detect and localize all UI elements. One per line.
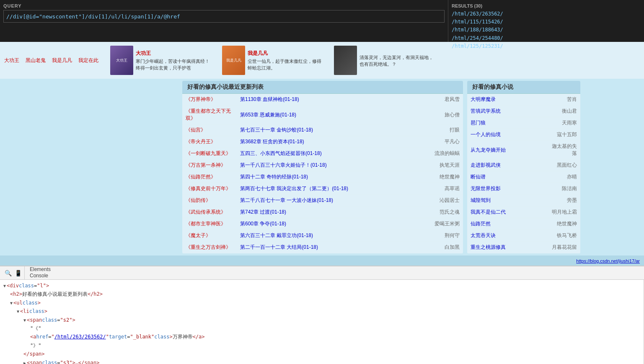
- right-novel-author: 苦肖: [548, 96, 577, 103]
- right-novel-row[interactable]: 重生之桃源修真 月暮花花留: [467, 242, 580, 253]
- right-novel-title[interactable]: 琶门狼: [471, 119, 548, 126]
- novel-row[interactable]: 《修真史前十万年》 第两百七十七章 我决定出发了（第二更）(01-18) 高草谣: [182, 183, 463, 195]
- devtools-icons: 🔍 📱: [2, 266, 25, 279]
- novel-title[interactable]: 《仙宫》: [186, 126, 240, 134]
- novel-row[interactable]: 《仙韵传》 第二千八百七十一章 一大波小迷妹(01-18) 沁园居士: [182, 195, 463, 207]
- book-item[interactable]: 大功王 大功王 寒门少年崛起，苦读十年疯得真经！终得一剑出玄黄，只手护苍: [107, 44, 215, 77]
- novel-chapter[interactable]: 第一千八百三十六章火姬仙子！(01-18): [240, 162, 426, 169]
- right-novel-row[interactable]: 一个人的仙境 寇十五郎: [467, 129, 580, 141]
- novel-chapter[interactable]: 第1130章 血狱神枪(01-18): [240, 96, 426, 103]
- novel-row[interactable]: 《重生都市之天下无双》 第653章 恩威兼施(01-18) 旅心僧: [182, 106, 463, 124]
- right-novel-title[interactable]: 走进影视武侠: [471, 162, 548, 169]
- novel-chapter[interactable]: 第二千一百一十二章 大结局(01-18): [240, 244, 426, 251]
- novel-row[interactable]: 《万界神帝》 第1130章 血狱神枪(01-18) 君风雪: [182, 94, 463, 106]
- right-novel-title[interactable]: 苦填武学系统: [471, 108, 548, 115]
- right-novel-title[interactable]: 断仙谱: [471, 173, 548, 181]
- novel-row[interactable]: 《帝火丹王》 第3682章 狂贪的资本(01-18) 平凡心: [182, 136, 463, 148]
- query-input[interactable]: [3, 10, 445, 23]
- novel-title[interactable]: 《一剑断破九重天》: [186, 150, 240, 157]
- novel-title[interactable]: 《重生之万古剑禅》: [186, 244, 240, 251]
- novel-chapter[interactable]: 第六百三十二章 戴罪立功(01-18): [240, 232, 426, 239]
- novel-title[interactable]: 《武仙传承系统》: [186, 209, 240, 216]
- expand-icon[interactable]: ▶: [23, 359, 26, 364]
- html-link[interactable]: /html/263/263562/: [54, 334, 106, 340]
- novel-author: 执笔天涯: [426, 162, 460, 169]
- result-item: /html/254/254480/: [452, 34, 641, 42]
- novel-chapter[interactable]: 第七百三十一章 金钩沙蛟(01-18): [240, 126, 426, 134]
- novel-row[interactable]: 《一剑断破九重天》 五四三、小东西气焰还挺嚣张(01-18) 流浪的蜗蜗: [182, 148, 463, 160]
- right-novel-row[interactable]: 太荒吞天诀 铁马飞桥: [467, 230, 580, 242]
- right-novel-row[interactable]: 走进影视武侠 黑面红心: [467, 160, 580, 171]
- right-novel-author: 旁墨: [548, 197, 577, 204]
- devtools-html[interactable]: ▼ <div class="l"><h2>好看的修真小说最近更新列表</h2>▼…: [0, 280, 644, 364]
- novel-title[interactable]: 《魔太子》: [186, 232, 240, 239]
- two-col-layout: 好看的修真小说最近更新列表 《万界神帝》 第1130章 血狱神枪(01-18) …: [0, 79, 644, 256]
- novel-chapter[interactable]: 第742章 过渡(01-18): [240, 209, 426, 216]
- novel-author: 打眼: [426, 126, 460, 134]
- nav-link[interactable]: 我是几凡: [52, 57, 72, 64]
- novel-chapter[interactable]: 第二千八百七十一章 一大波小迷妹(01-18): [240, 197, 426, 204]
- right-novel-row[interactable]: 苦填武学系统 衡山君: [467, 106, 580, 117]
- novel-row[interactable]: 《重生之万古剑禅》 第二千一百一十二章 大结局(01-18) 白加黑: [182, 242, 463, 253]
- novel-chapter[interactable]: 第四十二章 奇特的经脉(01-18): [240, 173, 426, 181]
- novel-title[interactable]: 《帝火丹王》: [186, 138, 240, 145]
- devtools-tab-elements[interactable]: Elements: [25, 266, 64, 273]
- expand-icon[interactable]: ▼: [3, 282, 6, 289]
- right-novel-title[interactable]: 从九龙夺嫡开始: [471, 147, 548, 154]
- right-novel-row[interactable]: 断仙谱 亦晴: [467, 171, 580, 183]
- nav-link[interactable]: 我定在此: [78, 57, 98, 64]
- expand-icon[interactable]: ▼: [10, 299, 13, 307]
- expand-icon[interactable]: ▼: [17, 308, 19, 315]
- right-novel-title[interactable]: 重生之桃源修真: [471, 244, 548, 251]
- novel-title[interactable]: 《仙韵传》: [186, 197, 240, 204]
- bottom-link[interactable]: https://blog.csdn.net/jiushi17/ar: [576, 258, 640, 263]
- right-novel-title[interactable]: 太荒吞天诀: [471, 232, 548, 239]
- novel-chapter[interactable]: 第两百七十七章 我决定出发了（第二更）(01-18): [240, 185, 426, 192]
- nav-link[interactable]: 黑山老鬼: [26, 57, 46, 64]
- book-cover-title: 大功王: [115, 57, 128, 64]
- novel-title[interactable]: 《万古第一杀神》: [186, 162, 240, 169]
- novel-row[interactable]: 《万古第一杀神》 第一千八百三十六章火姬仙子！(01-18) 执笔天涯: [182, 160, 463, 171]
- right-novel-title[interactable]: 一个人的仙境: [471, 131, 548, 138]
- novel-chapter[interactable]: 五四三、小东西气焰还挺嚣张(01-18): [240, 150, 426, 157]
- right-novel-row[interactable]: 从九龙夺嫡开始 迦太基的失落: [467, 141, 580, 160]
- novel-chapter[interactable]: 第3682章 狂贪的资本(01-18): [240, 138, 426, 145]
- novel-row[interactable]: 《武仙传承系统》 第742章 过渡(01-18) 范氏之魂: [182, 207, 463, 218]
- right-novel-title[interactable]: 我真不是仙二代: [471, 209, 548, 216]
- novel-title[interactable]: 《仙路茫然》: [186, 173, 240, 181]
- devtools-tabs-container: ElementsConsoleSourcesNetworkPerformance…: [25, 266, 64, 279]
- results-section: RESULTS (30) /html/263/263562//html/115/…: [448, 0, 644, 42]
- novel-title[interactable]: 《修真史前十万年》: [186, 185, 240, 192]
- results-list: /html/263/263562//html/115/115426//html/…: [452, 10, 641, 50]
- right-novel-title[interactable]: 城隍驾到: [471, 197, 548, 204]
- novel-chapter[interactable]: 第653章 恩威兼施(01-18): [240, 111, 426, 119]
- book-item[interactable]: 我是几凡 我是几凡 尘世一仙凡，起于微末傲红尘，修得蚌蛤忘江湖。: [219, 44, 326, 77]
- book-item[interactable]: 清落灵河，无边某河，有洞天福地，也有百死绝域。？: [331, 44, 438, 77]
- right-novel-row[interactable]: 我真不是仙二代 明月地上霜: [467, 207, 580, 218]
- inspect-icon[interactable]: 🔍: [4, 269, 12, 277]
- book-desc: 寒门少年崛起，苦读十年疯得真经！终得一剑出玄黄，只手护苍: [136, 58, 211, 72]
- devtools-tab-console[interactable]: Console: [25, 273, 64, 279]
- novel-chapter[interactable]: 第600章 争夺(01-18): [240, 220, 426, 227]
- right-novel-row[interactable]: 城隍驾到 旁墨: [467, 195, 580, 207]
- right-novel-row[interactable]: 仙路茫然 绝世魔神: [467, 218, 580, 230]
- right-novel-title[interactable]: 大明摩魔录: [471, 96, 548, 103]
- right-novel-row[interactable]: 琶门狼 天雨寒: [467, 117, 580, 129]
- novel-row[interactable]: 《都市主宰神医》 第600章 争夺(01-18) 爱喝王米粥: [182, 218, 463, 230]
- novel-title[interactable]: 《都市主宰神医》: [186, 220, 240, 227]
- right-novel-row[interactable]: 大明摩魔录 苦肖: [467, 94, 580, 106]
- nav-link[interactable]: 大功王: [4, 57, 19, 64]
- right-panel-header: 好看的修真小说: [467, 81, 580, 94]
- right-novel-title[interactable]: 无限世界投影: [471, 185, 548, 192]
- novel-title[interactable]: 《万界神帝》: [186, 96, 240, 103]
- novel-row[interactable]: 《仙宫》 第七百三十一章 金钩沙蛟(01-18) 打眼: [182, 124, 463, 136]
- book-cover-title: [345, 59, 347, 61]
- right-novel-row[interactable]: 无限世界投影 陈洁南: [467, 183, 580, 195]
- novel-title[interactable]: 《重生都市之天下无双》: [186, 108, 240, 122]
- novel-row[interactable]: 《魔太子》 第六百三十二章 戴罪立功(01-18) 荆何守: [182, 230, 463, 242]
- novel-author: 流浪的蜗蜗: [426, 150, 460, 157]
- device-icon[interactable]: 📱: [14, 269, 22, 277]
- novel-row[interactable]: 《仙路茫然》 第四十二章 奇特的经脉(01-18) 绝世魔神: [182, 171, 463, 183]
- right-novel-title[interactable]: 仙路茫然: [471, 220, 548, 227]
- expand-icon[interactable]: ▼: [23, 317, 26, 324]
